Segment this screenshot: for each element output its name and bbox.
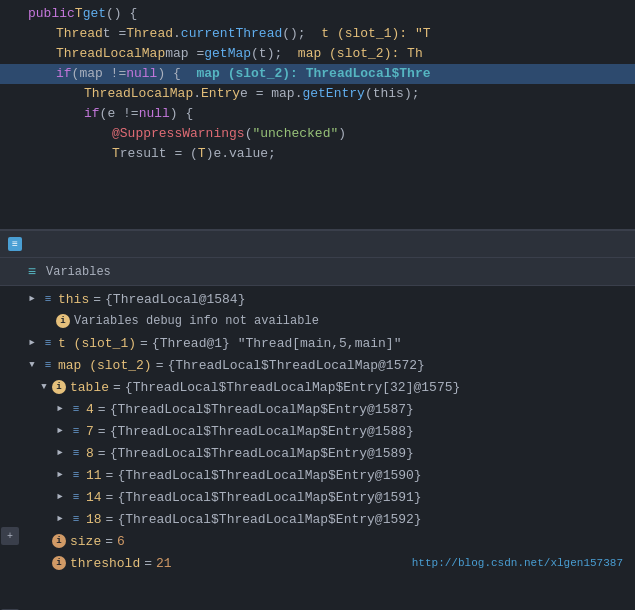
var-row-table[interactable]: i table = {ThreadLocal$ThreadLocalMap$En… (20, 376, 635, 398)
icon-t: ≡ (40, 335, 56, 351)
var-name-table: table (70, 380, 109, 395)
expand-entry18[interactable] (52, 511, 68, 527)
var-row-t[interactable]: ≡ t (slot_1) = {Thread@1} "Thread[main,5… (20, 332, 635, 354)
fn-get: get (83, 4, 106, 24)
var-name-entry8: 8 (86, 446, 94, 461)
var-name-t: t (slot_1) (58, 336, 136, 351)
var-row-this[interactable]: ≡ this = {ThreadLocal@1584} (20, 288, 635, 310)
var-list: ≡ this = {ThreadLocal@1584} i Variables … (0, 286, 635, 610)
icon-size-info: i (52, 534, 66, 548)
code-line-4[interactable]: if (map != null ) { map (slot_2): Thread… (0, 64, 635, 84)
expand-entry4[interactable] (52, 401, 68, 417)
var-name-size: size (70, 534, 101, 549)
type-T: T (75, 4, 83, 24)
keyword-public: public (28, 4, 75, 24)
variables-panel: + ▣ ↻ ≡ Variables ≡ this = {ThreadLocal@… (0, 258, 635, 610)
icon-map: ≡ (40, 357, 56, 373)
icon-info-circle: i (56, 314, 70, 328)
var-eq-entry4: = (98, 402, 106, 417)
var-name-threshold: threshold (70, 556, 140, 571)
code-line-8[interactable]: T result = ( T )e.value; (0, 144, 635, 164)
var-row-entry14[interactable]: ≡ 14 = {ThreadLocal$ThreadLocalMap$Entry… (20, 486, 635, 508)
code-line-6[interactable]: if (e != null ) { (0, 104, 635, 124)
type-T2: T (112, 144, 120, 164)
code-line-2[interactable]: Thread t = Thread . currentThread (); t … (0, 24, 635, 44)
var-eq-table: = (113, 380, 121, 395)
code-if2-cond: (e != (100, 104, 139, 124)
sidebar-icon-add[interactable]: + (1, 527, 19, 545)
var-val-entry8: {ThreadLocal$ThreadLocalMap$Entry@1589} (110, 446, 414, 461)
var-row-entry11[interactable]: ≡ 11 = {ThreadLocal$ThreadLocalMap$Entry… (20, 464, 635, 486)
icon-entry7: ≡ (68, 423, 84, 439)
debug-hint-t: t (slot_1): "T (321, 24, 430, 44)
icon-entry18: ≡ (68, 511, 84, 527)
expand-table[interactable] (36, 379, 52, 395)
var-eq-entry18: = (106, 512, 114, 527)
icon-entry8: ≡ (68, 445, 84, 461)
fn-currentThread: currentThread (181, 24, 282, 44)
type-Entry: Entry (201, 84, 240, 104)
type-Thread: Thread (56, 24, 103, 44)
code-paren: () { (106, 4, 137, 24)
expand-entry11[interactable] (52, 467, 68, 483)
expand-entry8[interactable] (52, 445, 68, 461)
var-row-debug-warn: i Variables debug info not available (20, 310, 635, 332)
var-val-size: 6 (117, 534, 125, 549)
expand-t[interactable] (24, 335, 40, 351)
variables-title: Variables (46, 265, 111, 279)
var-val-entry4: {ThreadLocal$ThreadLocalMap$Entry@1587} (110, 402, 414, 417)
code-e-assign: e = map. (240, 84, 302, 104)
fn-getEntry: getEntry (302, 84, 364, 104)
var-row-entry7[interactable]: ≡ 7 = {ThreadLocal$ThreadLocalMap$Entry@… (20, 420, 635, 442)
var-row-map[interactable]: ≡ map (slot_2) = {ThreadLocal$ThreadLoca… (20, 354, 635, 376)
code-line-5[interactable]: ThreadLocalMap . Entry e = map. getEntry… (0, 84, 635, 104)
keyword-if: if (56, 64, 72, 84)
icon-this: ≡ (40, 291, 56, 307)
expand-this[interactable] (24, 291, 40, 307)
type-ThreadLocalMap: ThreadLocalMap (56, 44, 165, 64)
code-line-3[interactable]: ThreadLocalMap map = getMap (t); map (sl… (0, 44, 635, 64)
icon-threshold-info: i (52, 556, 66, 570)
var-name-entry18: 18 (86, 512, 102, 527)
code-annotation-open: ( (245, 124, 253, 144)
debug-warn-text: Variables debug info not available (74, 314, 319, 328)
var-eq-entry11: = (106, 468, 114, 483)
var-eq-size: = (105, 534, 113, 549)
var-val-entry7: {ThreadLocal$ThreadLocalMap$Entry@1588} (110, 424, 414, 439)
code-t-assign: t = (103, 24, 126, 44)
code-semi1: (); (282, 24, 321, 44)
code-dot1: . (173, 24, 181, 44)
code-if-cond: (map != (72, 64, 127, 84)
var-row-size[interactable]: i size = 6 (20, 530, 635, 552)
var-row-entry4[interactable]: ≡ 4 = {ThreadLocal$ThreadLocalMap$Entry@… (20, 398, 635, 420)
str-unchecked: "unchecked" (252, 124, 338, 144)
separator-bar: ≡ (0, 230, 635, 258)
var-row-entry18[interactable]: ≡ 18 = {ThreadLocal$ThreadLocalMap$Entry… (20, 508, 635, 530)
var-row-threshold[interactable]: i threshold = 21 http://blog.csdn.net/xl… (20, 552, 635, 574)
expand-map[interactable] (24, 357, 40, 373)
code-editor: public T get () { Thread t = Thread . cu… (0, 0, 635, 230)
fn-getMap: getMap (204, 44, 251, 64)
var-name-this: this (58, 292, 89, 307)
var-eq-entry8: = (98, 446, 106, 461)
code-line-7[interactable]: @SuppressWarnings ( "unchecked" ) (0, 124, 635, 144)
app-container: public T get () { Thread t = Thread . cu… (0, 0, 635, 610)
var-val-entry18: {ThreadLocal$ThreadLocalMap$Entry@1592} (117, 512, 421, 527)
code-getentry-args: (this); (365, 84, 420, 104)
var-val-table: {ThreadLocal$ThreadLocalMap$Entry[32]@15… (125, 380, 460, 395)
expand-entry14[interactable] (52, 489, 68, 505)
expand-entry7[interactable] (52, 423, 68, 439)
var-val-this: {ThreadLocal@1584} (105, 292, 245, 307)
var-val-entry11: {ThreadLocal$ThreadLocalMap$Entry@1590} (117, 468, 421, 483)
variables-header: ≡ Variables (0, 258, 635, 286)
code-line-1[interactable]: public T get () { (0, 4, 635, 24)
var-eq-threshold: = (144, 556, 152, 571)
var-row-entry8[interactable]: ≡ 8 = {ThreadLocal$ThreadLocalMap$Entry@… (20, 442, 635, 464)
code-if2-brace: ) { (170, 104, 193, 124)
var-eq-entry7: = (98, 424, 106, 439)
footer-url-inline: http://blog.csdn.net/xlgen157387 (412, 557, 631, 569)
code-map-args: (t); (251, 44, 298, 64)
var-eq-t: = (140, 336, 148, 351)
icon-entry11: ≡ (68, 467, 84, 483)
icon-entry4: ≡ (68, 401, 84, 417)
